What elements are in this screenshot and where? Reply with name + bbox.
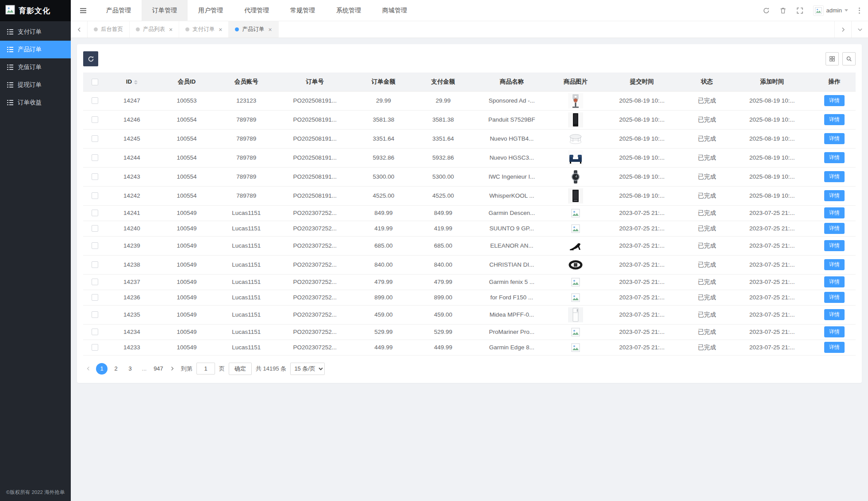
row-checkbox[interactable] xyxy=(92,192,98,199)
tab-close-icon[interactable]: × xyxy=(219,26,222,33)
row-checkbox[interactable] xyxy=(92,135,98,142)
trash-icon[interactable] xyxy=(780,7,787,14)
nav-item[interactable]: 系统管理 xyxy=(326,0,372,21)
action-cell: 详情 xyxy=(813,186,856,205)
tab-label: 产品列表 xyxy=(143,26,165,33)
row-checkbox[interactable] xyxy=(92,344,98,351)
table-search-button[interactable] xyxy=(842,52,856,65)
page-button[interactable]: 2 xyxy=(110,363,122,375)
row-checkbox[interactable] xyxy=(92,154,98,161)
cell-amount: 685.00 xyxy=(354,236,414,255)
prev-page-button[interactable] xyxy=(83,363,93,375)
tabs-scroll-left-icon[interactable] xyxy=(71,21,88,38)
table-refresh-button[interactable] xyxy=(83,51,98,66)
menu-toggle-icon[interactable] xyxy=(71,7,96,14)
cell-account: 789789 xyxy=(216,110,276,129)
cell-order-no: PO202508191... xyxy=(276,148,353,167)
tab-item[interactable]: 产品订单× xyxy=(229,21,278,38)
cell-id: 14233 xyxy=(107,340,157,355)
cell-add-time: 2023-07-25 21:... xyxy=(731,290,813,305)
detail-button[interactable]: 详情 xyxy=(824,95,845,106)
row-checkbox[interactable] xyxy=(92,261,98,268)
cell-submit-time: 2025-08-19 10:... xyxy=(601,129,683,148)
detail-button[interactable]: 详情 xyxy=(824,190,845,201)
page-button[interactable]: 947 xyxy=(153,363,164,375)
nav-item[interactable]: 代理管理 xyxy=(234,0,280,21)
nav-item[interactable]: 订单管理 xyxy=(142,0,188,21)
sidebar-item[interactable]: 订单收益 xyxy=(0,94,71,111)
cell-member-id: 100554 xyxy=(157,186,217,205)
detail-button[interactable]: 详情 xyxy=(824,114,845,125)
row-checkbox[interactable] xyxy=(92,242,98,249)
row-checkbox[interactable] xyxy=(92,329,98,335)
select-all-checkbox[interactable] xyxy=(92,79,98,85)
fullscreen-icon[interactable] xyxy=(796,7,803,14)
detail-button[interactable]: 详情 xyxy=(824,240,845,251)
row-checkbox[interactable] xyxy=(92,116,98,123)
tab-close-icon[interactable]: × xyxy=(169,26,173,33)
sidebar-item[interactable]: 充值订单 xyxy=(0,58,71,76)
next-page-button[interactable] xyxy=(167,363,177,375)
nav-item[interactable]: 商城管理 xyxy=(372,0,418,21)
cell-submit-time: 2023-07-25 21:... xyxy=(601,205,683,221)
checkbox-cell xyxy=(83,255,107,274)
tab-item[interactable]: 产品列表× xyxy=(130,21,179,38)
cell-member-id: 100553 xyxy=(157,91,217,110)
detail-button[interactable]: 详情 xyxy=(824,171,845,182)
tabs-scroll-right-icon[interactable] xyxy=(834,21,851,38)
detail-button[interactable]: 详情 xyxy=(824,152,845,163)
sidebar-item[interactable]: 支付订单 xyxy=(0,23,71,41)
cell-account: Lucas1151 xyxy=(216,221,276,236)
cell-submit-time: 2023-07-25 21:... xyxy=(601,324,683,340)
row-checkbox[interactable] xyxy=(92,279,98,285)
refresh-icon[interactable] xyxy=(763,7,770,14)
cell-submit-time: 2023-07-25 21:... xyxy=(601,305,683,324)
goto-page-input[interactable] xyxy=(196,363,215,375)
page-button[interactable]: 3 xyxy=(124,363,136,375)
orders-card: ID会员ID会员账号订单号订单金额支付金额商品名称商品图片提交时间状态添加时间操… xyxy=(77,44,862,383)
page-button[interactable]: 1 xyxy=(96,363,108,375)
tab-close-icon[interactable]: × xyxy=(268,26,272,33)
detail-button[interactable]: 详情 xyxy=(824,259,845,270)
row-checkbox[interactable] xyxy=(92,97,98,104)
cell-order-no: PO202307252... xyxy=(276,305,353,324)
action-cell: 详情 xyxy=(813,324,856,340)
user-menu[interactable]: admin xyxy=(813,5,848,16)
total-count-label: 共 14195 条 xyxy=(256,365,286,373)
sidebar-item[interactable]: 提现订单 xyxy=(0,76,71,94)
detail-button[interactable]: 详情 xyxy=(824,207,845,218)
row-checkbox[interactable] xyxy=(92,173,98,180)
row-checkbox[interactable] xyxy=(92,311,98,318)
goto-confirm-button[interactable]: 确定 xyxy=(229,363,252,375)
detail-button[interactable]: 详情 xyxy=(824,342,845,353)
cell-submit-time: 2023-07-25 21:... xyxy=(601,290,683,305)
sort-icon[interactable] xyxy=(134,80,138,84)
detail-button[interactable]: 详情 xyxy=(824,309,845,320)
cell-amount: 849.99 xyxy=(354,205,414,221)
columns-toggle-button[interactable] xyxy=(826,52,839,65)
sidebar-item[interactable]: 产品订单 xyxy=(0,41,71,58)
tab-item[interactable]: 支付订单× xyxy=(179,21,229,38)
cell-status: 已完成 xyxy=(683,255,731,274)
cell-member-id: 100549 xyxy=(157,236,217,255)
nav-item[interactable]: 常规管理 xyxy=(280,0,326,21)
row-checkbox[interactable] xyxy=(92,294,98,301)
nav-item[interactable]: 用户管理 xyxy=(188,0,234,21)
cell-id: 14235 xyxy=(107,305,157,324)
tabs-menu-icon[interactable] xyxy=(851,21,868,38)
cell-pay-amount: 840.00 xyxy=(413,255,473,274)
more-options-icon[interactable] xyxy=(858,7,861,15)
row-checkbox[interactable] xyxy=(92,210,98,216)
row-checkbox[interactable] xyxy=(92,225,98,232)
tab-item[interactable]: 后台首页 xyxy=(88,21,130,38)
detail-button[interactable]: 详情 xyxy=(824,292,845,303)
detail-button[interactable]: 详情 xyxy=(824,133,845,144)
detail-button[interactable]: 详情 xyxy=(824,276,845,287)
cell-status: 已完成 xyxy=(683,274,731,290)
cell-status: 已完成 xyxy=(683,167,731,186)
nav-item[interactable]: 产品管理 xyxy=(96,0,142,21)
detail-button[interactable]: 详情 xyxy=(824,326,845,337)
detail-button[interactable]: 详情 xyxy=(824,223,845,234)
cell-pay-amount: 419.99 xyxy=(413,221,473,236)
page-size-select[interactable]: 15 条/页 xyxy=(290,363,325,375)
